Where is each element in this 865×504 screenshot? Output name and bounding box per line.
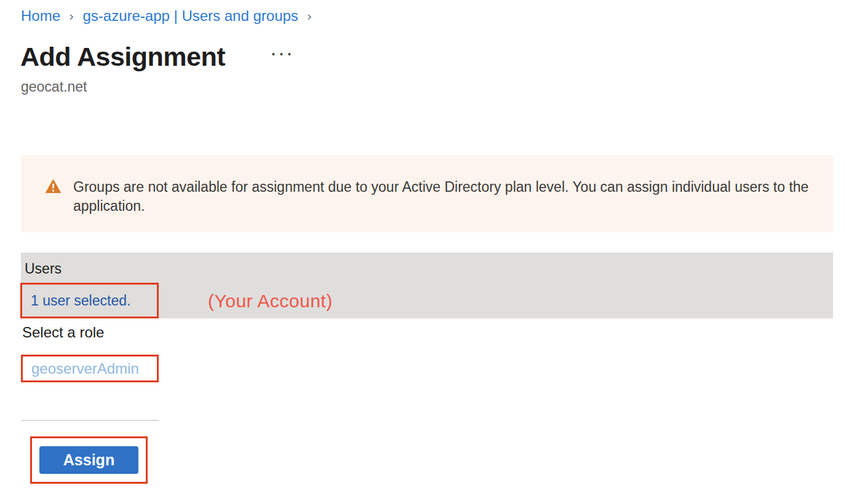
warning-triangle-icon [45, 178, 62, 194]
annotation-box-role: geoserverAdmin [21, 355, 159, 382]
breadcrumb: Home › gs-azure-app | Users and groups › [21, 7, 312, 25]
annotation-box-users: 1 user selected. [20, 283, 159, 318]
more-options-button[interactable]: ··· [271, 45, 295, 63]
breadcrumb-link-home[interactable]: Home [21, 7, 60, 25]
select-role-label: Select a role [22, 324, 104, 341]
app-domain-subtitle: geocat.net [21, 79, 87, 95]
warning-banner: Groups are not available for assignment … [21, 155, 833, 232]
divider [22, 420, 158, 421]
page-title: Add Assignment [20, 42, 225, 72]
breadcrumb-link-users-and-groups[interactable]: gs-azure-app | Users and groups [82, 7, 298, 25]
annotation-box-assign: Assign [30, 436, 148, 484]
warning-message: Groups are not available for assignment … [73, 178, 815, 216]
users-selected-link[interactable]: 1 user selected. [31, 293, 130, 309]
chevron-right-icon: › [307, 8, 312, 24]
role-link[interactable]: geoserverAdmin [31, 360, 139, 377]
users-label: Users [25, 261, 62, 277]
your-account-annotation: (Your Account) [208, 291, 333, 312]
chevron-right-icon: › [69, 8, 74, 24]
assign-button[interactable]: Assign [39, 446, 138, 474]
